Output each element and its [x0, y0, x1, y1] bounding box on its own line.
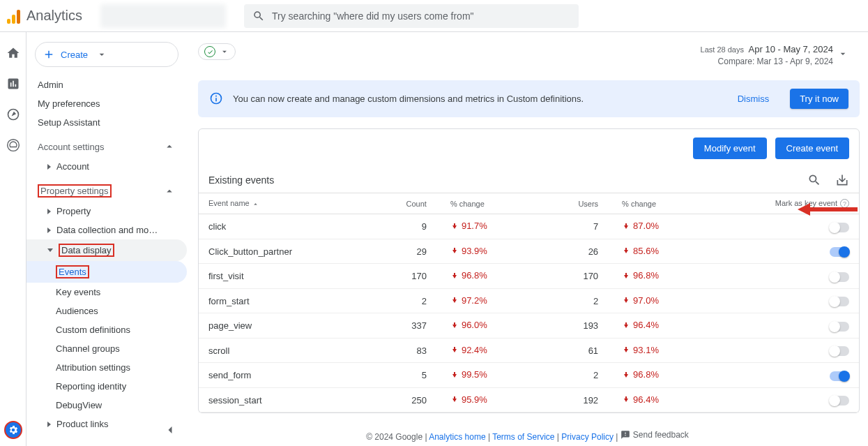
check-circle-icon	[204, 46, 215, 57]
key-event-toggle[interactable]	[830, 322, 849, 332]
users-change: 96.8%	[622, 270, 659, 281]
try-it-now-button[interactable]: Try it now	[790, 89, 848, 109]
data-display-label: Data display	[59, 244, 114, 257]
home-icon[interactable]	[6, 46, 20, 60]
col-mark: Mark as key event	[775, 199, 837, 207]
sidebar-attribution[interactable]: Attribution settings	[26, 358, 187, 377]
event-name: form_start	[199, 288, 383, 313]
event-name: Click_button_partner	[199, 239, 383, 264]
sidebar-events[interactable]: Events	[26, 261, 187, 283]
event-users: 26	[516, 239, 609, 264]
col-users[interactable]: Users	[516, 193, 609, 214]
event-users: 192	[516, 387, 609, 412]
search-icon[interactable]	[807, 173, 821, 187]
sidebar-debugview[interactable]: DebugView	[26, 396, 187, 415]
sidebar-data-display[interactable]: Data display	[26, 239, 187, 261]
sidebar-key-events[interactable]: Key events	[26, 283, 187, 302]
table-row[interactable]: click991.7%787.0%	[199, 214, 859, 239]
event-users: 170	[516, 264, 609, 289]
users-change: 93.1%	[622, 345, 659, 355]
create-button[interactable]: Create	[35, 42, 178, 67]
col-event-name[interactable]: Event name	[208, 199, 250, 207]
admin-gear-icon[interactable]	[4, 421, 22, 439]
events-table: Event name Count % change Users % change…	[199, 193, 859, 413]
sidebar-reporting-identity[interactable]: Reporting identity	[26, 377, 187, 396]
col-change1[interactable]: % change	[436, 193, 516, 214]
sidebar-channel-groups[interactable]: Channel groups	[26, 339, 187, 358]
date-compare: Compare: Mar 13 - Apr 9, 2024	[701, 56, 833, 68]
table-row[interactable]: first_visit17096.8%17096.8%	[199, 264, 859, 289]
account-label: Account	[56, 161, 89, 172]
table-row[interactable]: session_start25095.9%19296.4%	[199, 387, 859, 412]
table-row[interactable]: scroll8392.4%6193.1%	[199, 338, 859, 363]
col-change2[interactable]: % change	[608, 193, 687, 214]
table-row[interactable]: send_form599.5%296.8%	[199, 363, 859, 388]
existing-events-title: Existing events	[208, 174, 274, 186]
help-icon[interactable]: ?	[840, 199, 849, 208]
admin-sidebar: Create Admin My preferences Setup Assist…	[26, 32, 187, 446]
arrow-up-icon	[252, 200, 259, 208]
users-change: 96.4%	[622, 394, 659, 405]
property-selector[interactable]	[100, 4, 226, 28]
count-change: 96.0%	[450, 320, 487, 330]
table-row[interactable]: page_view33796.0%19396.4%	[199, 313, 859, 339]
key-event-toggle[interactable]	[830, 223, 849, 232]
sidebar-property[interactable]: Property	[26, 202, 187, 221]
event-count: 29	[383, 239, 436, 264]
property-settings-label: Property settings	[38, 184, 112, 198]
key-event-toggle[interactable]	[830, 272, 849, 282]
chevron-up-icon	[163, 140, 176, 153]
sidebar-account-settings[interactable]: Account settings	[26, 136, 187, 157]
date-range-picker[interactable]: Last 28 days Apr 10 - May 7, 2024 Compar…	[701, 43, 848, 68]
modify-event-button[interactable]: Modify event	[693, 137, 767, 159]
create-label: Create	[61, 50, 88, 60]
key-event-toggle[interactable]	[830, 396, 849, 406]
table-row[interactable]: Click_button_partner2993.9%2685.6%	[199, 239, 859, 264]
event-count: 2	[383, 288, 436, 313]
count-change: 97.2%	[450, 295, 487, 306]
sidebar-account[interactable]: Account	[26, 157, 187, 176]
advertising-icon[interactable]	[6, 138, 20, 152]
sidebar-audiences[interactable]: Audiences	[26, 302, 187, 320]
collapse-sidebar[interactable]	[163, 423, 177, 439]
table-row[interactable]: form_start297.2%297.0%	[199, 288, 859, 313]
send-feedback[interactable]: Send feedback	[620, 430, 689, 440]
users-change: 87.0%	[622, 221, 659, 231]
chevron-down-icon	[96, 48, 107, 61]
banner-text: You can now create and manage custom dim…	[233, 94, 728, 104]
privacy-link[interactable]: Privacy Policy	[561, 432, 614, 442]
sidebar-setup-assistant[interactable]: Setup Assistant	[26, 113, 187, 132]
key-event-toggle[interactable]	[830, 247, 849, 257]
explore-icon[interactable]	[6, 107, 20, 121]
sidebar-my-preferences[interactable]: My preferences	[26, 94, 187, 113]
event-count: 5	[383, 363, 436, 388]
reports-icon[interactable]	[6, 77, 20, 91]
key-event-toggle[interactable]	[830, 297, 849, 306]
download-icon[interactable]	[835, 173, 849, 187]
event-name: page_view	[199, 313, 383, 339]
sidebar-data-collection[interactable]: Data collection and modifica...	[26, 221, 187, 239]
copyright: © 2024 Google	[366, 432, 422, 442]
sidebar-custom-definitions[interactable]: Custom definitions	[26, 320, 187, 339]
key-event-toggle[interactable]	[830, 371, 849, 381]
terms-link[interactable]: Terms of Service	[492, 432, 554, 442]
events-label: Events	[56, 265, 89, 278]
chevron-down-icon	[220, 47, 229, 57]
sidebar-property-settings[interactable]: Property settings	[26, 180, 187, 202]
nav-rail	[0, 32, 26, 446]
users-change: 96.4%	[622, 320, 659, 330]
col-count[interactable]: Count	[383, 193, 436, 214]
analytics-home-link[interactable]: Analytics home	[429, 432, 485, 442]
search-input[interactable]: Try searching "where did my users come f…	[244, 4, 579, 28]
create-event-button[interactable]: Create event	[775, 137, 849, 159]
dismiss-button[interactable]: Dismiss	[738, 94, 770, 104]
key-event-toggle[interactable]	[830, 346, 849, 356]
sidebar-admin[interactable]: Admin	[26, 75, 187, 94]
users-change: 97.0%	[622, 295, 659, 306]
count-change: 93.9%	[450, 246, 487, 256]
plus-icon	[43, 48, 55, 61]
app-logo[interactable]: Analytics	[6, 8, 82, 24]
search-icon	[252, 10, 265, 22]
users-change: 96.8%	[622, 369, 659, 380]
status-chip[interactable]	[198, 43, 236, 60]
